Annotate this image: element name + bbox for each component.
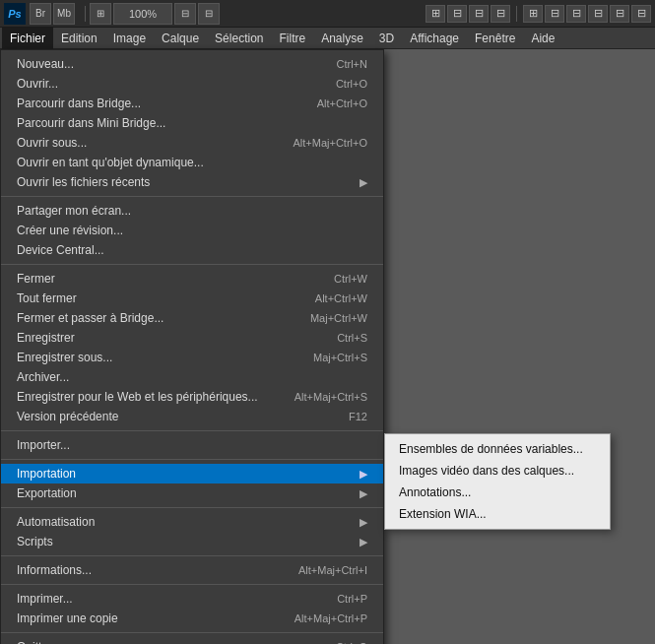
- canvas-area: [389, 49, 655, 644]
- sep-g6: [1, 555, 383, 556]
- sep-g8: [1, 632, 383, 633]
- toolbar-layout-icons: ⊞ 100% ⊟ ⊟: [90, 3, 222, 25]
- menu-enregistrer-web[interactable]: Enregistrer pour le Web et les périphéri…: [1, 387, 383, 407]
- toolbar-bridge-icons: Br Mb: [30, 3, 77, 25]
- submenu-images-video[interactable]: Images vidéo dans des calques...: [385, 460, 610, 482]
- submenu-annotations[interactable]: Annotations...: [385, 482, 610, 503]
- menu-edition[interactable]: Edition: [53, 28, 105, 49]
- submenu-ensembles-donnees[interactable]: Ensembles de données variables...: [385, 438, 610, 460]
- menu-importation[interactable]: Importation ▶: [1, 464, 383, 483]
- menu-imprimer-copie[interactable]: Imprimer une copie Alt+Maj+Ctrl+P: [1, 609, 383, 628]
- sep-g2: [1, 264, 383, 265]
- align-icon-3[interactable]: ⊟: [469, 5, 489, 23]
- menu-affichage[interactable]: Affichage: [402, 28, 467, 49]
- menu-version-precedente[interactable]: Version précédente F12: [1, 407, 383, 426]
- menu-bar: Fichier Edition Image Calque Sélection F…: [0, 28, 655, 49]
- importation-submenu-container: Ensembles de données variables... Images…: [384, 433, 611, 530]
- fichier-menu: Nouveau... Ctrl+N Ouvrir... Ctrl+O Parco…: [0, 49, 384, 644]
- distribute-icon-4[interactable]: ⊟: [588, 5, 608, 23]
- distribute-icon-3[interactable]: ⊟: [566, 5, 586, 23]
- distribute-icon-5[interactable]: ⊟: [610, 5, 629, 23]
- menu-imprimer[interactable]: Imprimer... Ctrl+P: [1, 589, 383, 609]
- toolbar-right: ⊞ ⊟ ⊟ ⊟ ⊞ ⊟ ⊟ ⊟ ⊟ ⊟: [426, 5, 651, 23]
- menu-fermer[interactable]: Fermer Ctrl+W: [1, 269, 383, 289]
- layout-icon[interactable]: ⊞: [90, 3, 111, 25]
- menu-enregistrer-sous[interactable]: Enregistrer sous... Maj+Ctrl+S: [1, 348, 383, 367]
- ps-logo: Ps: [4, 3, 26, 25]
- top-toolbar: Ps Br Mb ⊞ 100% ⊟ ⊟ ⊞ ⊟ ⊟ ⊟ ⊞ ⊟ ⊟ ⊟ ⊟ ⊟: [0, 0, 655, 28]
- distribute-icon-6[interactable]: ⊟: [631, 5, 651, 23]
- menu-importer[interactable]: Importer...: [1, 435, 383, 455]
- menu-aide[interactable]: Aide: [523, 28, 562, 49]
- align-icon-4[interactable]: ⊟: [491, 5, 510, 23]
- menu-exportation[interactable]: Exportation ▶: [1, 483, 383, 503]
- menu-automatisation[interactable]: Automatisation ▶: [1, 512, 383, 532]
- align-icon-2[interactable]: ⊟: [447, 5, 467, 23]
- menu-parcourir-mini-bridge[interactable]: Parcourir dans Mini Bridge...: [1, 113, 383, 133]
- menu-creer-revision[interactable]: Créer une révision...: [1, 221, 383, 240]
- menu-fichier[interactable]: Fichier: [2, 28, 53, 49]
- sep-g4: [1, 459, 383, 460]
- menu-parcourir-bridge[interactable]: Parcourir dans Bridge... Alt+Ctrl+O: [1, 94, 383, 113]
- menu-tout-fermer[interactable]: Tout fermer Alt+Ctrl+W: [1, 289, 383, 308]
- menu-ouvrir-objet-dynamique[interactable]: Ouvrir en tant qu'objet dynamique...: [1, 153, 383, 172]
- sep-g3: [1, 430, 383, 431]
- menu-fenetre[interactable]: Fenêtre: [467, 28, 523, 49]
- view-icon[interactable]: ⊟: [174, 3, 196, 25]
- sep1: [85, 6, 86, 22]
- fichier-dropdown: Nouveau... Ctrl+N Ouvrir... Ctrl+O Parco…: [0, 49, 384, 644]
- menu-informations[interactable]: Informations... Alt+Maj+Ctrl+I: [1, 560, 383, 580]
- menu-filtre[interactable]: Filtre: [271, 28, 313, 49]
- menu-archiver[interactable]: Archiver...: [1, 367, 383, 387]
- arrange-icon[interactable]: ⊟: [198, 3, 220, 25]
- menu-ouvrir-sous[interactable]: Ouvrir sous... Alt+Maj+Ctrl+O: [1, 133, 383, 153]
- submenu-extension-wia[interactable]: Extension WIA...: [385, 503, 610, 525]
- sep2: [516, 6, 517, 22]
- sep-g1: [1, 196, 383, 197]
- menu-fermer-bridge[interactable]: Fermer et passer à Bridge... Maj+Ctrl+W: [1, 308, 383, 328]
- mini-bridge-icon[interactable]: Mb: [53, 3, 75, 25]
- menu-analyse[interactable]: Analyse: [313, 28, 371, 49]
- importation-submenu: Ensembles de données variables... Images…: [384, 433, 611, 530]
- menu-device-central[interactable]: Device Central...: [1, 240, 383, 260]
- menu-ouvrir[interactable]: Ouvrir... Ctrl+O: [1, 74, 383, 94]
- menu-selection[interactable]: Sélection: [207, 28, 271, 49]
- menu-scripts[interactable]: Scripts ▶: [1, 532, 383, 551]
- menu-ouvrir-recents[interactable]: Ouvrir les fichiers récents ▶: [1, 172, 383, 192]
- menu-enregistrer[interactable]: Enregistrer Ctrl+S: [1, 328, 383, 348]
- menu-nouveau[interactable]: Nouveau... Ctrl+N: [1, 54, 383, 74]
- zoom-dropdown[interactable]: 100%: [113, 3, 172, 25]
- sep-g5: [1, 507, 383, 508]
- menu-image[interactable]: Image: [105, 28, 154, 49]
- align-icon-1[interactable]: ⊞: [426, 5, 445, 23]
- distribute-icon-1[interactable]: ⊞: [523, 5, 543, 23]
- menu-3d[interactable]: 3D: [371, 28, 402, 49]
- distribute-icon-2[interactable]: ⊟: [545, 5, 564, 23]
- menu-calque[interactable]: Calque: [154, 28, 207, 49]
- menu-partager[interactable]: Partager mon écran...: [1, 201, 383, 221]
- menu-quitter[interactable]: Quitter Ctrl+Q: [1, 637, 383, 644]
- bridge-icon[interactable]: Br: [30, 3, 51, 25]
- sep-g7: [1, 584, 383, 585]
